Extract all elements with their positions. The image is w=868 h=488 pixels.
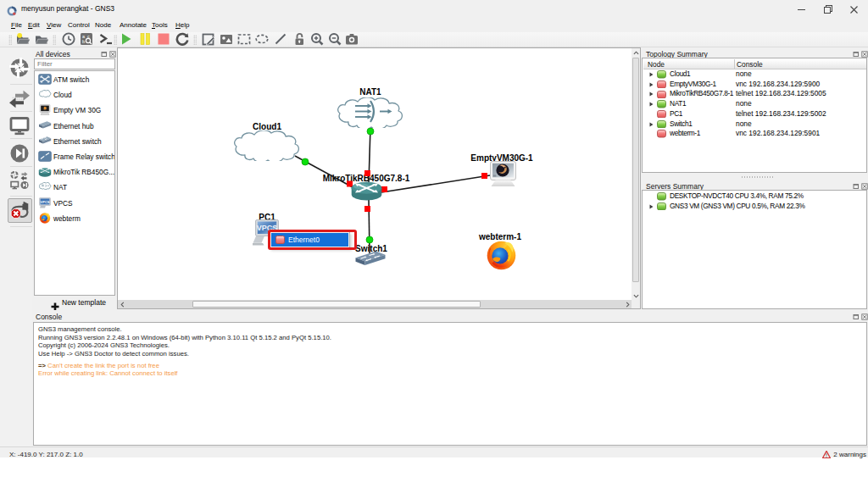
scroll-down-arrow-icon[interactable] [632, 291, 640, 300]
float-panel-icon[interactable] [853, 51, 860, 58]
scroll-left-arrow-icon[interactable] [118, 300, 126, 308]
menu-annotate[interactable]: Annotate [120, 19, 147, 32]
close-panel-icon[interactable] [861, 183, 868, 190]
browse-all-devices-icon[interactable] [9, 170, 30, 191]
float-panel-icon[interactable] [101, 51, 108, 58]
expand-arrow-icon[interactable] [649, 204, 654, 209]
node-webterm-1[interactable] [487, 241, 516, 270]
draw-rectangle-icon[interactable] [237, 32, 251, 46]
topology-node-name[interactable]: Switch1 [670, 119, 693, 130]
topology-node-name[interactable]: Cloud1 [670, 69, 690, 80]
expand-arrow-icon[interactable] [649, 72, 654, 77]
device-template-atm-switch[interactable]: ATM switch [35, 72, 114, 87]
new-project-icon[interactable] [16, 32, 30, 46]
new-template-button[interactable]: New template [34, 297, 115, 309]
node-label-nat1[interactable]: NAT1 [359, 87, 381, 97]
device-template-mikrotik-rb450g-[interactable]: MikroTik RB450G... [35, 164, 114, 180]
topology-row-pc1[interactable]: PC1telnet 192.168.234.129:5002 [643, 109, 867, 119]
insert-image-icon[interactable] [220, 32, 233, 46]
topology-row-mikrotikrb450g7.8-1[interactable]: MikroTikRB450G7.8-1telnet 192.168.234.12… [643, 89, 867, 99]
open-project-icon[interactable] [35, 32, 48, 46]
draw-line-icon[interactable] [274, 32, 287, 46]
canvas-hscrollbar[interactable] [118, 300, 632, 308]
server-row-1[interactable]: GNS3 VM (GNS3 VM) CPU 0.5%, RAM 22.3% [643, 202, 867, 212]
topology-row-cloud1[interactable]: Cloud1none [643, 69, 867, 80]
snapshot-icon[interactable] [62, 32, 75, 46]
browse-end-devices-icon[interactable] [9, 116, 30, 136]
topology-node-name[interactable]: webterm-1 [670, 129, 700, 139]
close-panel-icon[interactable] [109, 51, 116, 58]
float-panel-icon[interactable] [853, 183, 860, 190]
topology-table-header[interactable]: Node Console [643, 59, 867, 69]
topology-node-name[interactable]: EmptyVM30G-1 [670, 80, 716, 90]
device-template-nat[interactable]: NAT [35, 180, 114, 195]
node-cloud1[interactable] [233, 130, 301, 161]
stop-icon[interactable] [157, 32, 170, 46]
suspend-icon[interactable] [138, 32, 152, 46]
close-button[interactable] [841, 0, 867, 19]
warnings-indicator[interactable]: 2 warnings [822, 451, 866, 458]
column-console[interactable]: Console [737, 59, 763, 69]
node-emptyvm30g-1[interactable] [487, 161, 519, 188]
node-mikrotikrb450g7.8-1[interactable] [351, 181, 382, 201]
menu-edit[interactable]: Edit [28, 19, 40, 32]
column-divider[interactable] [734, 59, 735, 69]
scroll-right-arrow-icon[interactable] [623, 300, 632, 308]
device-template-webterm[interactable]: webterm [35, 211, 114, 226]
lock-icon[interactable] [292, 32, 306, 46]
topology-canvas[interactable]: NAT1Cloud1MikroTikRB450G7.8-1EmptyVM30G-… [118, 48, 632, 299]
add-link-icon[interactable] [9, 201, 30, 221]
topology-node-name[interactable]: NAT1 [670, 99, 686, 109]
zoom-out-icon[interactable] [328, 32, 342, 46]
canvas-vscrollbar[interactable] [632, 48, 640, 300]
device-template-ethernet-hub[interactable]: Ethernet hub [35, 119, 114, 134]
close-panel-icon[interactable] [861, 313, 868, 320]
browse-routers-icon[interactable] [9, 58, 30, 78]
topology-row-switch1[interactable]: Switch1none [643, 119, 867, 130]
hscroll-thumb[interactable] [192, 301, 481, 308]
topology-row-nat1[interactable]: NAT1none [643, 99, 867, 109]
scroll-up-arrow-icon[interactable] [632, 48, 640, 57]
topology-node-name[interactable]: PC1 [670, 109, 682, 119]
topology-row-emptyvm30g-1[interactable]: EmptyVM30G-1vnc 192.168.234.129:5900 [643, 80, 867, 90]
splitter-handle[interactable] [741, 176, 775, 178]
add-note-icon[interactable] [202, 32, 215, 46]
menu-node[interactable]: Node [95, 19, 111, 32]
expand-arrow-icon[interactable] [649, 92, 654, 97]
browse-security-devices-icon[interactable] [9, 143, 30, 164]
minimize-button[interactable] [788, 0, 815, 19]
zoom-in-icon[interactable] [310, 32, 324, 46]
topology-node-name[interactable]: MikroTikRB450G7.8-1 [670, 89, 733, 99]
column-node[interactable]: Node [648, 59, 665, 69]
menu-file[interactable]: File [11, 19, 22, 32]
expand-arrow-icon[interactable] [649, 102, 654, 107]
browse-switches-icon[interactable] [9, 88, 30, 108]
node-switch1[interactable] [354, 251, 387, 266]
device-template-cloud[interactable]: Cloud [35, 87, 114, 103]
menu-control[interactable]: Control [68, 19, 90, 32]
close-panel-icon[interactable] [861, 51, 868, 58]
console-output[interactable]: GNS3 management console.Running GNS3 ver… [33, 322, 867, 446]
float-panel-icon[interactable] [853, 313, 860, 320]
device-template-frame-relay-switch[interactable]: Frame Relay switch [35, 149, 114, 164]
device-template-vpcs[interactable]: VPCSVPCS [35, 196, 114, 211]
device-filter-input[interactable] [34, 58, 115, 69]
device-template-ethernet-switch[interactable]: Ethernet switch [35, 134, 114, 149]
server-row-0[interactable]: DESKTOP-NVDCT40 CPU 3.4%, RAM 75.2% [643, 191, 867, 202]
menu-view[interactable]: View [47, 19, 61, 32]
reload-icon[interactable] [175, 32, 189, 46]
menu-help[interactable]: Help [175, 19, 189, 32]
node-label-cloud1[interactable]: Cloud1 [253, 122, 281, 131]
maximize-button[interactable] [815, 0, 841, 19]
device-template-empty-vm-30g[interactable]: Empty VM 30G [35, 103, 114, 118]
node-nat1[interactable] [337, 97, 404, 128]
screenshot-icon[interactable] [345, 32, 359, 46]
console-connect-icon[interactable] [99, 32, 113, 46]
show-names-icon[interactable]: acb [80, 32, 93, 46]
expand-arrow-icon[interactable] [649, 82, 654, 87]
topology-row-webterm-1[interactable]: webterm-1vnc 192.168.234.129:5901 [643, 129, 867, 139]
expand-arrow-icon[interactable] [649, 122, 654, 127]
vscroll-thumb[interactable] [632, 58, 639, 282]
draw-ellipse-icon[interactable] [255, 32, 269, 46]
start-icon[interactable] [120, 32, 133, 46]
